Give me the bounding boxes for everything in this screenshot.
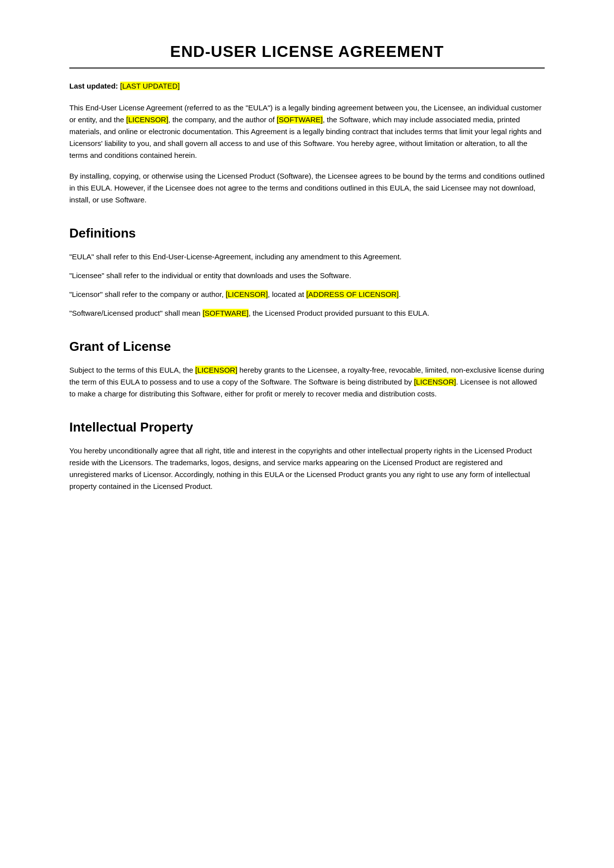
grant-text-prefix: Subject to the terms of this EULA, the	[69, 366, 195, 374]
def-software-suffix: , the Licensed Product provided pursuant…	[249, 309, 429, 317]
document-title: END-USER LICENSE AGREEMENT	[69, 40, 545, 69]
definition-licensor: "Licensor" shall refer to the company or…	[69, 289, 545, 300]
def-software-prefix: "Software/Licensed product" shall mean	[69, 309, 203, 317]
def-licensor-suffix: .	[399, 290, 401, 298]
definitions-heading: Definitions	[69, 224, 545, 243]
intellectual-property-paragraph: You hereby unconditionally agree that al…	[69, 445, 545, 492]
last-updated: Last updated: [LAST UPDATED]	[69, 81, 545, 92]
licensor-highlight-1: [LICENSOR]	[126, 115, 168, 124]
grant-licensor-2: [LICENSOR]	[414, 378, 456, 386]
def-licensee-text: "Licensee" shall refer to the individual…	[69, 271, 351, 280]
definition-software: "Software/Licensed product" shall mean […	[69, 307, 545, 319]
last-updated-value: [LAST UPDATED]	[120, 82, 180, 90]
grant-of-license-heading: Grant of License	[69, 337, 545, 356]
grant-licensor-1: [LICENSOR]	[195, 366, 237, 374]
def-software-placeholder: [SOFTWARE]	[203, 309, 249, 317]
intro-paragraph-1: This End-User License Agreement (referre…	[69, 102, 545, 161]
software-highlight-1: [SOFTWARE]	[277, 115, 323, 124]
definition-licensee: "Licensee" shall refer to the individual…	[69, 270, 545, 282]
def-licensor-prefix: "Licensor" shall refer to the company or…	[69, 290, 226, 298]
last-updated-label: Last updated:	[69, 82, 118, 90]
intro-text-1b: , the company, and the author of	[168, 115, 277, 124]
def-licensor-placeholder: [LICENSOR]	[226, 290, 268, 298]
intro-paragraph-2: By installing, copying, or otherwise usi…	[69, 170, 545, 206]
def-address-placeholder: [ADDRESS OF LICENSOR]	[306, 290, 399, 298]
grant-paragraph: Subject to the terms of this EULA, the […	[69, 364, 545, 400]
def-licensor-middle: , located at	[268, 290, 307, 298]
def-eula-text: "EULA" shall refer to this End-User-Lice…	[69, 252, 402, 261]
definition-eula: "EULA" shall refer to this End-User-Lice…	[69, 251, 545, 263]
intellectual-property-heading: Intellectual Property	[69, 418, 545, 437]
